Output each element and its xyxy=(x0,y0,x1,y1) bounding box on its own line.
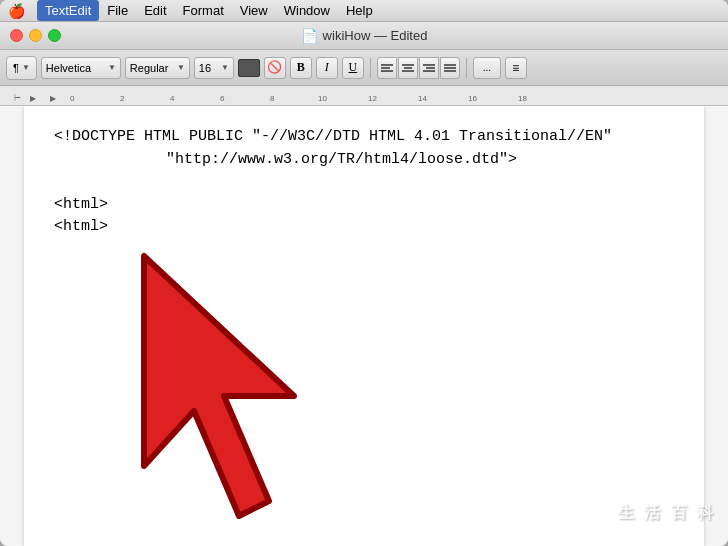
align-justify-button[interactable] xyxy=(440,57,460,79)
align-right-icon xyxy=(423,63,435,73)
font-size-value: 16 xyxy=(199,62,211,74)
ruler-num-4: 4 xyxy=(170,94,174,103)
font-family-chevron: ▼ xyxy=(108,63,116,72)
italic-button[interactable]: I xyxy=(316,57,338,79)
paragraph-style-button[interactable]: ¶ ▼ xyxy=(6,56,37,80)
paragraph-chevron: ▼ xyxy=(22,63,30,72)
arrow-annotation xyxy=(84,236,434,546)
menu-textedit[interactable]: TextEdit xyxy=(37,0,99,21)
font-size-chevron: ▼ xyxy=(221,63,229,72)
menu-edit[interactable]: Edit xyxy=(136,0,174,21)
align-center-icon xyxy=(402,63,414,73)
code-line-2: "http://www.w3.org/TR/html4/loose.dtd"> xyxy=(54,149,674,172)
ruler-tab-icon: ⊢ xyxy=(14,94,21,103)
align-center-button[interactable] xyxy=(398,57,418,79)
minimize-button[interactable] xyxy=(29,29,42,42)
ruler-num-0: 0 xyxy=(70,94,74,103)
code-line-4: <html> xyxy=(54,194,674,217)
align-left-icon xyxy=(381,63,393,73)
font-style-select[interactable]: Regular ▼ xyxy=(125,57,190,79)
font-style-value: Regular xyxy=(130,62,169,74)
ruler-markers: ⊢ ▶ ▶ 0 2 4 6 8 10 12 14 16 18 xyxy=(0,86,728,105)
more-options-button[interactable]: ... xyxy=(473,57,501,79)
text-color-picker[interactable] xyxy=(238,59,260,77)
title-bar: 📄 wikiHow — Edited xyxy=(0,22,728,50)
traffic-lights xyxy=(10,29,61,42)
apple-menu[interactable]: 🍎 xyxy=(8,3,25,19)
close-button[interactable] xyxy=(10,29,23,42)
ruler-num-8: 8 xyxy=(270,94,274,103)
code-line-3 xyxy=(54,171,674,194)
ruler-num-6: 6 xyxy=(220,94,224,103)
font-size-select[interactable]: 16 ▼ xyxy=(194,57,234,79)
ruler-num-16: 16 xyxy=(468,94,477,103)
menu-bar: 🍎 TextEdit File Edit Format View Window … xyxy=(0,0,728,22)
menu-view[interactable]: View xyxy=(232,0,276,21)
watermark-chinese: 生 活 百 科 xyxy=(618,502,716,524)
ruler-num-2: 2 xyxy=(120,94,124,103)
svg-marker-12 xyxy=(144,256,294,516)
ruler-arrow-right: ▶ xyxy=(50,94,56,103)
ruler: ⊢ ▶ ▶ 0 2 4 6 8 10 12 14 16 18 xyxy=(0,86,728,106)
clear-format-button[interactable]: 🚫 xyxy=(264,57,286,79)
font-style-chevron: ▼ xyxy=(177,63,185,72)
align-left-button[interactable] xyxy=(377,57,397,79)
paragraph-icon: ¶ xyxy=(13,62,19,74)
window-title: wikiHow — Edited xyxy=(323,28,428,43)
ruler-num-12: 12 xyxy=(368,94,377,103)
watermark-url: www.bimeiz.com xyxy=(618,524,716,538)
document-page: <!DOCTYPE HTML PUBLIC "-//W3C//DTD HTML … xyxy=(24,106,704,546)
align-right-button[interactable] xyxy=(419,57,439,79)
document-icon: 📄 xyxy=(301,28,318,44)
menu-help[interactable]: Help xyxy=(338,0,381,21)
watermark: 生 活 百 科 www.bimeiz.com xyxy=(618,502,716,538)
alignment-group xyxy=(377,57,460,79)
bold-button[interactable]: B xyxy=(290,57,312,79)
list-button[interactable]: ≡ xyxy=(505,57,527,79)
toolbar-separator-2 xyxy=(466,58,467,78)
underline-button[interactable]: U xyxy=(342,57,364,79)
clear-format-icon: 🚫 xyxy=(267,60,282,75)
red-arrow-svg xyxy=(84,236,434,546)
ruler-num-18: 18 xyxy=(518,94,527,103)
font-family-value: Helvetica xyxy=(46,62,91,74)
code-line-1: <!DOCTYPE HTML PUBLIC "-//W3C//DTD HTML … xyxy=(54,126,674,149)
font-family-select[interactable]: Helvetica ▼ xyxy=(41,57,121,79)
toolbar: ¶ ▼ Helvetica ▼ Regular ▼ 16 ▼ 🚫 B I U xyxy=(0,50,728,86)
menu-format[interactable]: Format xyxy=(175,0,232,21)
code-line-5: <html> xyxy=(54,216,674,239)
ruler-arrow-left: ▶ xyxy=(30,94,36,103)
menu-window[interactable]: Window xyxy=(276,0,338,21)
maximize-button[interactable] xyxy=(48,29,61,42)
toolbar-separator-1 xyxy=(370,58,371,78)
menu-file[interactable]: File xyxy=(99,0,136,21)
ruler-num-10: 10 xyxy=(318,94,327,103)
app-window: 🍎 TextEdit File Edit Format View Window … xyxy=(0,0,728,546)
ruler-num-14: 14 xyxy=(418,94,427,103)
content-area[interactable]: <!DOCTYPE HTML PUBLIC "-//W3C//DTD HTML … xyxy=(0,106,728,546)
align-justify-icon xyxy=(444,63,456,73)
